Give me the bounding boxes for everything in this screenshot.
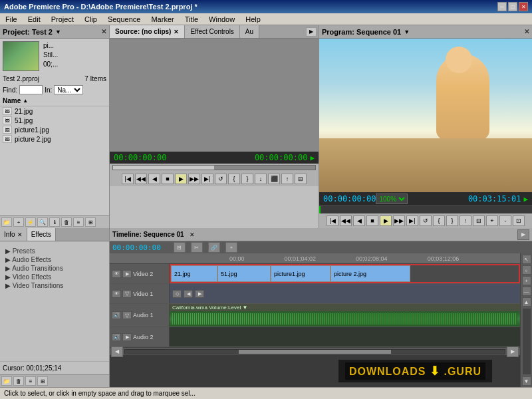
prog-mark-in[interactable]: { xyxy=(433,215,445,226)
prog-step-fwd[interactable]: ▶▶ xyxy=(393,215,405,226)
clip-21jpg[interactable]: 21.jpg xyxy=(171,265,217,282)
info-tab-close[interactable]: ✕ xyxy=(17,231,23,238)
menu-help[interactable]: Help xyxy=(243,15,263,23)
menu-clip[interactable]: Clip xyxy=(82,15,100,23)
effects-audio-effects[interactable]: ▶ Audio Effects xyxy=(5,255,104,264)
source-step-fwd[interactable]: ▶▶ xyxy=(188,174,200,184)
effects-new-folder[interactable]: 📁 xyxy=(1,376,12,386)
track-eye-video2[interactable]: 👁 xyxy=(112,270,121,278)
source-prev-frame[interactable]: |◀ xyxy=(122,174,134,184)
prog-safe-margins[interactable]: ⊡ xyxy=(513,215,525,226)
tab-effect-controls[interactable]: Effect Controls xyxy=(185,25,239,38)
source-extract[interactable]: ⊟ xyxy=(295,174,307,184)
prog-lift[interactable]: ↑ xyxy=(460,215,471,226)
timeline-close[interactable]: ✕ xyxy=(190,231,195,238)
tool-zoom-in2[interactable]: + xyxy=(522,276,531,285)
menu-title[interactable]: Title xyxy=(182,15,201,23)
tl-add-track-btn[interactable]: + xyxy=(225,242,237,253)
program-panel-close[interactable]: ✕ xyxy=(524,28,529,35)
tool-selection[interactable]: ↖ xyxy=(522,255,531,264)
track-lock-video2[interactable]: ▶ xyxy=(122,270,132,278)
file-item-21jpg[interactable]: 🖼 21.jpg xyxy=(0,106,109,116)
video1-kf-next[interactable]: ▶ xyxy=(195,290,204,298)
tl-razor-btn[interactable]: ✂ xyxy=(191,242,203,253)
track-collapse-audio1[interactable]: ▽ xyxy=(122,311,132,319)
source-lift[interactable]: ↑ xyxy=(281,174,293,184)
icon-view-button[interactable]: ⊞ xyxy=(85,217,96,227)
effects-delete[interactable]: 🗑 xyxy=(13,376,24,386)
hscroll-track[interactable] xyxy=(124,349,505,354)
vscroll-up[interactable]: ▲ xyxy=(522,297,531,307)
menu-file[interactable]: File xyxy=(3,15,20,23)
clip-picture2[interactable]: picture 2.jpg xyxy=(331,265,410,282)
tab-effects[interactable]: Effects xyxy=(27,228,56,241)
file-item-picture1[interactable]: 🖼 picture1.jpg xyxy=(0,125,109,134)
prog-stop[interactable]: ■ xyxy=(366,215,378,226)
prog-zoom-out[interactable]: - xyxy=(499,215,511,226)
clip-51jpg[interactable]: 51.jpg xyxy=(217,265,271,282)
vscroll-down[interactable]: ▼ xyxy=(522,376,531,386)
tab-info[interactable]: Info ✕ xyxy=(0,228,27,241)
program-timecode-nav[interactable]: ▶ xyxy=(523,195,528,203)
effects-video-transitions[interactable]: ▶ Video Transitions xyxy=(5,281,104,290)
file-item-51jpg[interactable]: 🖼 51.jpg xyxy=(0,116,109,125)
source-play-back[interactable]: ◀ xyxy=(148,174,160,184)
source-step-back[interactable]: ◀◀ xyxy=(135,174,147,184)
prog-step-back[interactable]: ◀◀ xyxy=(340,215,352,226)
tl-link-btn[interactable]: 🔗 xyxy=(208,242,220,253)
prog-next-frame[interactable]: ▶| xyxy=(406,215,418,226)
info-button[interactable]: ℹ xyxy=(49,217,60,227)
source-overwrite[interactable]: ⬛ xyxy=(268,174,280,184)
new-bin-button[interactable]: 📁 xyxy=(1,217,12,227)
effects-icon-view[interactable]: ⊞ xyxy=(37,376,48,386)
prog-zoom-in[interactable]: + xyxy=(486,215,498,226)
prog-extract[interactable]: ⊟ xyxy=(473,215,485,226)
effects-presets[interactable]: ▶ Presets xyxy=(5,247,104,255)
video1-keyframe-btn[interactable]: ◇ xyxy=(172,290,182,298)
close-button[interactable]: ✕ xyxy=(519,2,528,11)
hscroll-left[interactable]: ◀ xyxy=(111,346,123,357)
hscroll-right[interactable]: ▶ xyxy=(507,346,519,357)
effects-list-view[interactable]: ≡ xyxy=(25,376,36,386)
source-mark-in[interactable]: { xyxy=(228,174,240,184)
menu-sequence[interactable]: Sequence xyxy=(105,15,144,23)
menu-marker[interactable]: Marker xyxy=(148,15,176,23)
delete-button[interactable]: 🗑 xyxy=(61,217,72,227)
prog-play[interactable]: ▶ xyxy=(380,215,392,226)
menu-window[interactable]: Window xyxy=(206,15,237,23)
source-progress-bar[interactable] xyxy=(112,165,316,170)
clip-picture1[interactable]: picture1.jpg xyxy=(271,265,331,282)
tl-snap-btn[interactable]: ⊟ xyxy=(174,242,186,253)
prog-play-back[interactable]: ◀ xyxy=(353,215,365,226)
source-tab-close[interactable]: ✕ xyxy=(174,29,179,35)
minimize-button[interactable]: ─ xyxy=(497,2,507,11)
maximize-button[interactable]: □ xyxy=(508,2,517,11)
new-item-button[interactable]: + xyxy=(13,217,24,227)
in-select[interactable]: Na... xyxy=(54,85,83,94)
video1-kf-prev[interactable]: ◀ xyxy=(184,290,193,298)
track-expand-audio2[interactable]: ▶ xyxy=(122,333,132,341)
program-timeline-scrub[interactable] xyxy=(319,205,532,213)
tool-ripple[interactable]: ⬦ xyxy=(522,265,531,275)
source-mark-out[interactable]: } xyxy=(241,174,253,184)
track-mute-audio1[interactable]: 🔊 xyxy=(112,311,121,319)
project-panel-close[interactable]: ✕ xyxy=(101,28,106,35)
menu-edit[interactable]: Edit xyxy=(25,15,43,23)
find-button[interactable]: 🔍 xyxy=(37,217,48,227)
find-input[interactable] xyxy=(19,85,43,94)
file-item-picture2[interactable]: 🖼 picture 2.jpg xyxy=(0,134,109,144)
source-loop[interactable]: ↺ xyxy=(215,174,227,184)
effects-audio-transitions[interactable]: ▶ Audio Transitions xyxy=(5,264,104,273)
menu-project[interactable]: Project xyxy=(49,15,76,23)
track-mute-audio2[interactable]: 🔊 xyxy=(112,333,121,341)
prog-mark-out[interactable]: } xyxy=(446,215,458,226)
track-collapse-video1[interactable]: ▽ xyxy=(122,290,132,298)
automate-button[interactable]: ⚡ xyxy=(25,217,36,227)
program-zoom-select[interactable]: 100% 50% 75% xyxy=(376,194,408,204)
source-insert[interactable]: ↓ xyxy=(255,174,267,184)
tool-link2[interactable]: — xyxy=(522,287,531,296)
tab-audio[interactable]: Au xyxy=(240,25,259,38)
source-play[interactable]: ▶ xyxy=(175,174,187,184)
effects-video-effects[interactable]: ▶ Video Effects xyxy=(5,273,104,281)
source-stop[interactable]: ■ xyxy=(162,174,174,184)
